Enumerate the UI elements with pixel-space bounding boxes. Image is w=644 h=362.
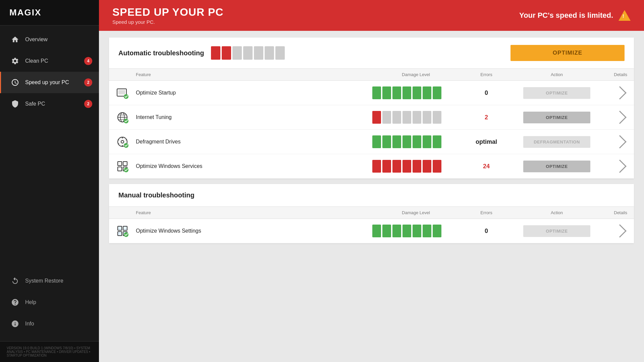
- defragmentation-button[interactable]: DEFRAGMENTATION: [523, 136, 590, 148]
- damage-bars: [372, 111, 460, 124]
- dmg-bar: [382, 225, 391, 237]
- home-icon: [10, 35, 20, 44]
- overview-label: Overview: [25, 36, 90, 43]
- optimize-startup-button[interactable]: OPTIMIZE: [523, 87, 590, 99]
- restore-icon: [10, 276, 20, 286]
- col-errors: Errors: [460, 72, 513, 77]
- manual-table-header: Feature Damage Level Errors Action Detai…: [109, 206, 634, 219]
- auto-table-header: Feature Damage Level Errors Action Detai…: [109, 68, 634, 81]
- details-chevron[interactable]: [613, 160, 627, 173]
- dmg-bar: [423, 225, 431, 237]
- sidebar-item-safe-pc[interactable]: Safe PC 2: [0, 93, 99, 115]
- header-bar-1: [222, 46, 231, 60]
- details-chevron[interactable]: [613, 111, 627, 124]
- svg-rect-23: [118, 226, 122, 230]
- auto-section-title: Automatic troubleshooting: [118, 49, 204, 57]
- svg-rect-18: [118, 162, 122, 166]
- error-count: 24: [460, 163, 513, 170]
- col-errors: Errors: [460, 210, 513, 215]
- svg-rect-25: [118, 232, 122, 236]
- optimize-internet-button[interactable]: OPTIMIZE: [523, 112, 590, 123]
- action-cell: OPTIMIZE: [513, 161, 600, 172]
- info-icon: [10, 319, 20, 328]
- dmg-bar: [423, 135, 431, 148]
- page-title: SPEED UP YOUR PC: [112, 6, 223, 18]
- dmg-bar: [413, 111, 421, 124]
- sidebar-footer: VERSION 19.0 BUILD 1 (WINDOWS 7/8/10) • …: [0, 341, 99, 362]
- header-bar-4: [254, 46, 263, 60]
- system-restore-label: System Restore: [25, 278, 90, 284]
- clock-icon: [10, 78, 20, 87]
- sidebar: MAGIX Overview Clean PC 4: [0, 0, 99, 362]
- details-chevron[interactable]: [613, 135, 627, 148]
- dmg-bar: [392, 135, 401, 148]
- dmg-bar: [433, 135, 441, 148]
- dmg-bar: [392, 160, 401, 173]
- col-icon-spacer: [116, 210, 136, 215]
- action-cell: OPTIMIZE: [513, 87, 600, 99]
- details-chevron[interactable]: [613, 86, 627, 100]
- col-action: Action: [513, 210, 600, 215]
- dmg-bar: [382, 86, 391, 99]
- sidebar-item-system-restore[interactable]: System Restore: [0, 270, 99, 292]
- damage-bars: [372, 160, 460, 173]
- damage-bars: [372, 135, 460, 148]
- page-header: SPEED UP YOUR PC Speed up your PC. Your …: [99, 0, 644, 31]
- sidebar-item-help[interactable]: Help: [0, 292, 99, 313]
- sidebar-item-info[interactable]: Info: [0, 313, 99, 335]
- dmg-bar: [372, 135, 381, 148]
- page-subtitle: Speed up your PC.: [112, 19, 223, 25]
- optimize-windows-services-button[interactable]: OPTIMIZE: [523, 161, 590, 172]
- action-cell: OPTIMIZE: [513, 225, 600, 237]
- shield-icon: [10, 99, 20, 109]
- feature-name: Defragment Drives: [136, 139, 372, 145]
- svg-rect-20: [118, 167, 122, 171]
- table-row: Optimize Windows Services 24 OPTIMIZE: [109, 154, 634, 179]
- content-area: Automatic troubleshooting OPTIMIZE: [99, 31, 644, 362]
- details-chevron[interactable]: [613, 224, 627, 238]
- optimize-button[interactable]: OPTIMIZE: [511, 45, 625, 61]
- dmg-bar: [382, 160, 391, 173]
- warning-text: Your PC's speed is limited.: [519, 11, 613, 20]
- svg-point-14: [122, 145, 123, 146]
- startup-icon: [116, 86, 129, 100]
- details-cell: [600, 137, 627, 146]
- svg-point-22: [124, 168, 128, 172]
- svg-point-12: [126, 139, 127, 140]
- action-cell: OPTIMIZE: [513, 112, 600, 123]
- dmg-bar: [382, 135, 391, 148]
- sidebar-item-overview[interactable]: Overview: [0, 29, 99, 50]
- manual-section-title: Manual troubleshooting: [118, 191, 195, 199]
- svg-point-27: [124, 232, 128, 237]
- optimize-windows-settings-button[interactable]: OPTIMIZE: [523, 225, 590, 237]
- clean-pc-badge: 4: [84, 57, 92, 65]
- damage-bars: [372, 225, 460, 237]
- speed-up-badge: 2: [84, 78, 92, 86]
- dmg-bar: [423, 160, 431, 173]
- header-right: Your PC's speed is limited.: [519, 10, 631, 21]
- sidebar-item-speed-up[interactable]: Speed up your PC 2: [0, 72, 99, 93]
- action-cell: DEFRAGMENTATION: [513, 136, 600, 148]
- sidebar-nav: Overview Clean PC 4 Speed up your PC 2: [0, 25, 99, 341]
- dmg-bar: [413, 160, 421, 173]
- col-icon-spacer: [116, 72, 136, 77]
- error-count: optimal: [460, 138, 513, 145]
- table-row: Optimize Startup 0 OPTIMIZE: [109, 81, 634, 105]
- svg-point-16: [118, 139, 119, 140]
- sidebar-item-clean-pc[interactable]: Clean PC 4: [0, 50, 99, 72]
- logo-text: MAGIX: [9, 7, 41, 17]
- svg-rect-19: [123, 162, 127, 166]
- windows-services-icon: [116, 160, 129, 173]
- dmg-bar: [372, 225, 381, 237]
- dmg-bar: [402, 111, 411, 124]
- details-cell: [600, 162, 627, 171]
- dmg-bar: [402, 86, 411, 99]
- table-row: Optimize Windows Settings 0 OPTIMIZE: [109, 219, 634, 243]
- safe-pc-label: Safe PC: [25, 101, 90, 107]
- main-content: SPEED UP YOUR PC Speed up your PC. Your …: [99, 0, 644, 362]
- dmg-bar: [392, 225, 401, 237]
- header-bar-5: [265, 46, 274, 60]
- manual-troubleshooting-card: Manual troubleshooting Feature Damage Le…: [109, 184, 634, 243]
- table-row: Defragment Drives optimal DEFRAGMENTATIO…: [109, 130, 634, 154]
- info-label: Info: [25, 320, 90, 327]
